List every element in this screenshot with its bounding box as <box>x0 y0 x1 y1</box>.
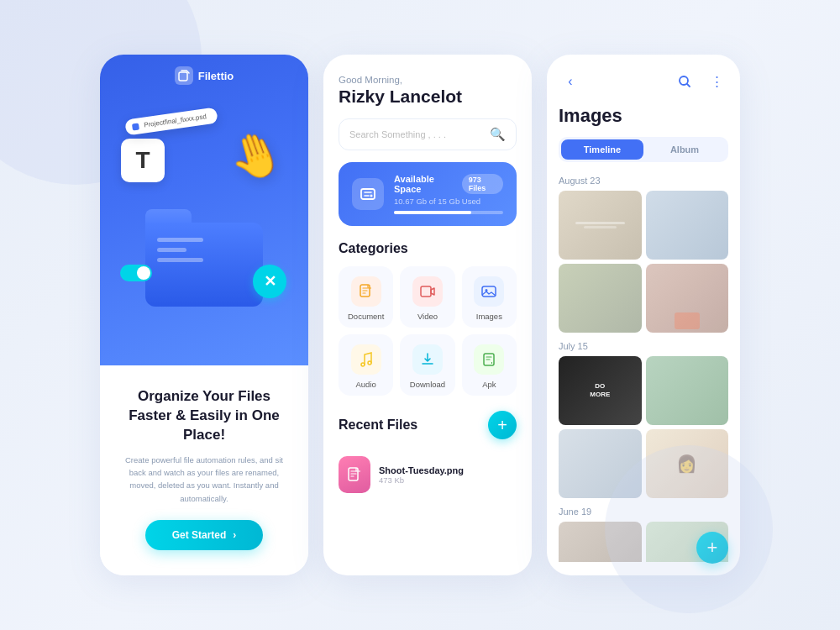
category-apk[interactable]: Apk <box>462 334 517 396</box>
photo-cell[interactable] <box>559 429 642 498</box>
recent-file-size: 473 Kb <box>379 475 464 485</box>
storage-icon <box>352 178 384 210</box>
search-button[interactable] <box>673 70 696 93</box>
photo-cell[interactable]: DOMORE <box>559 356 642 425</box>
more-options-button[interactable]: ⋮ <box>705 70 728 93</box>
photo-group-june19 <box>559 522 728 562</box>
greeting-sub: Good Morning, <box>339 75 517 85</box>
storage-used: 10.67 Gb of 15 Gb Used <box>394 197 503 206</box>
images-card: ‹ ⋮ Images Timeline Album August 23 <box>547 55 740 575</box>
categories-title: Categories <box>339 241 517 256</box>
folder-illustration <box>145 223 263 307</box>
onboarding-card: Filettio T Projectfinal_fixxx.psd 🤚 <box>100 55 308 575</box>
images-title: Images <box>559 105 728 127</box>
date-june19: June 19 <box>559 507 728 517</box>
search-icon[interactable]: 🔍 <box>490 127 506 142</box>
card1-description: Create powerful file automation rules, a… <box>118 454 290 505</box>
svg-rect-0 <box>179 72 187 81</box>
hero-illustration: T Projectfinal_fixxx.psd 🤚 <box>108 88 300 323</box>
get-started-button[interactable]: Get Started › <box>145 520 264 550</box>
svg-point-8 <box>368 361 371 365</box>
t-icon: T <box>121 139 165 182</box>
search-bar[interactable]: Search Something , . . . 🔍 <box>339 118 517 150</box>
svg-point-2 <box>370 195 373 197</box>
document-label: Document <box>348 312 384 321</box>
photo-cell[interactable]: 👩 <box>646 429 729 498</box>
photo-cell[interactable] <box>559 191 642 260</box>
recent-file-icon <box>339 456 370 493</box>
photo-cell[interactable] <box>559 264 642 333</box>
storage-bar-fill <box>394 211 471 214</box>
svg-rect-5 <box>482 286 496 297</box>
images-icon-box <box>474 276 504 307</box>
download-icon-box <box>412 344 443 375</box>
photo-group-july15: DOMORE 👩 <box>559 356 728 498</box>
search-placeholder: Search Something , . . . <box>349 129 483 139</box>
category-images[interactable]: Images <box>462 266 517 328</box>
app-name-label: Filettio <box>198 70 234 82</box>
storage-title: Available Space <box>394 174 455 194</box>
categories-grid: Document Video Images <box>339 266 517 396</box>
photo-scroll-area: August 23 July 15 DOMORE <box>559 176 728 562</box>
storage-info: Available Space 973 Files 10.67 Gb of 15… <box>394 174 503 214</box>
recent-file-item[interactable]: Shoot-Tuesday.png 473 Kb <box>339 456 517 493</box>
tab-timeline[interactable]: Timeline <box>561 139 643 160</box>
apk-label: Apk <box>482 380 496 389</box>
add-file-button[interactable]: + <box>488 411 517 439</box>
category-download[interactable]: Download <box>400 334 454 396</box>
apk-icon-box <box>474 344 504 375</box>
x-circle-illustration: ✕ <box>253 265 286 298</box>
storage-bar-background <box>394 211 503 214</box>
add-images-button[interactable]: + <box>696 532 728 564</box>
float-file-1: Projectfinal_fixxx.psd <box>124 107 218 135</box>
video-icon-box <box>412 276 443 307</box>
recent-file-details: Shoot-Tuesday.png 473 Kb <box>379 465 464 485</box>
photo-cell[interactable] <box>559 522 642 562</box>
photo-cell[interactable] <box>646 264 729 333</box>
tab-album[interactable]: Album <box>643 139 726 160</box>
greeting-name: Rizky Lancelot <box>339 87 517 107</box>
hand-illustration: 🤚 <box>222 123 291 190</box>
date-august23: August 23 <box>559 176 728 186</box>
home-card: Good Morning, Rizky Lancelot Search Some… <box>323 55 532 575</box>
date-july15: July 15 <box>559 341 728 351</box>
images-label: Images <box>476 312 502 321</box>
recent-header: Recent Files + <box>339 411 517 439</box>
svg-rect-4 <box>421 286 431 297</box>
photo-cell[interactable] <box>646 522 729 562</box>
photo-cell[interactable] <box>646 191 729 260</box>
back-button[interactable]: ‹ <box>559 70 582 93</box>
category-audio[interactable]: Audio <box>339 334 393 396</box>
recent-title: Recent Files <box>339 417 417 433</box>
photo-cell[interactable] <box>646 356 729 425</box>
storage-badge: 973 Files <box>462 174 503 194</box>
photo-group-august23 <box>559 191 728 333</box>
svg-rect-1 <box>361 189 375 199</box>
audio-icon-box <box>351 344 381 375</box>
images-header: ‹ ⋮ <box>559 70 728 93</box>
audio-label: Audio <box>356 380 376 389</box>
app-header: Filettio <box>175 66 234 85</box>
category-document[interactable]: Document <box>339 266 393 328</box>
recent-file-name: Shoot-Tuesday.png <box>379 465 464 475</box>
download-label: Download <box>410 380 445 389</box>
toggle-illustration <box>120 265 152 281</box>
storage-card: Available Space 973 Files 10.67 Gb of 15… <box>339 162 517 226</box>
category-video[interactable]: Video <box>400 266 454 328</box>
logo-icon <box>175 66 193 85</box>
video-label: Video <box>417 312 438 321</box>
card1-content: Organize Your Files Faster & Easily in O… <box>100 365 308 575</box>
document-icon-box <box>351 276 381 307</box>
card1-title: Organize Your Files Faster & Easily in O… <box>118 387 290 445</box>
tab-row: Timeline Album <box>559 137 728 162</box>
header-icons: ⋮ <box>673 70 728 93</box>
card1-hero: Filettio T Projectfinal_fixxx.psd 🤚 <box>100 55 308 365</box>
svg-point-7 <box>361 363 365 366</box>
